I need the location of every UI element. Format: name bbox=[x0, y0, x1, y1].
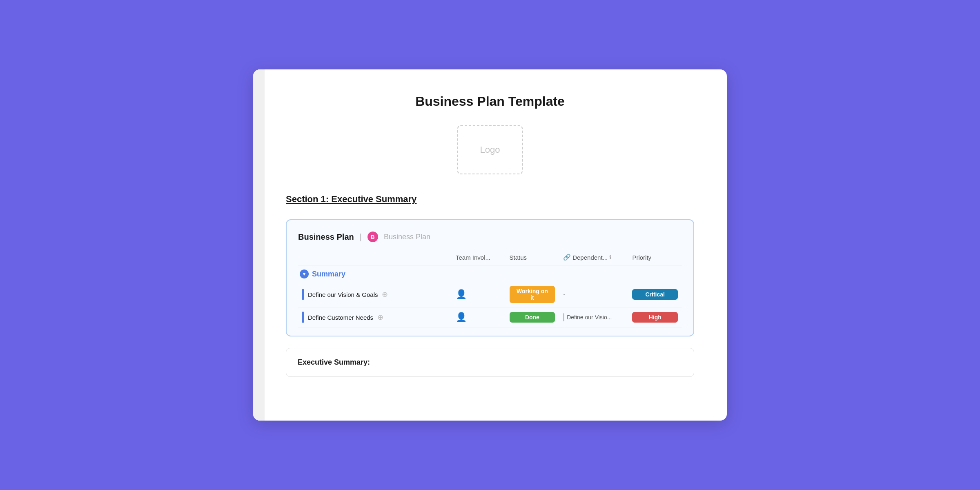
priority-badge[interactable]: Critical bbox=[632, 289, 678, 300]
link-icon: 🔗 bbox=[563, 254, 571, 261]
col-team-header: Team Invol... bbox=[452, 251, 506, 265]
section-heading: Section 1: Executive Summary bbox=[286, 194, 694, 205]
status-badge[interactable]: Done bbox=[510, 312, 555, 323]
task-table: Team Invol... Status 🔗 Dependent... ℹ Pr… bbox=[298, 251, 682, 327]
summary-group-row: ▼ Summary bbox=[298, 265, 682, 282]
summary-chevron-icon[interactable]: ▼ bbox=[300, 270, 309, 278]
logo-placeholder[interactable]: Logo bbox=[457, 125, 523, 174]
exec-summary-card: Executive Summary: bbox=[286, 348, 694, 377]
document-title: Business Plan Template bbox=[286, 94, 694, 109]
team-avatar-icon[interactable]: 👤 bbox=[456, 312, 467, 322]
task-indent-bar bbox=[302, 289, 304, 300]
dep-dash: - bbox=[563, 291, 565, 298]
dep-bar bbox=[563, 313, 564, 321]
table-header-row: Team Invol... Status 🔗 Dependent... ℹ Pr… bbox=[298, 251, 682, 265]
task-name: Define our Vision & Goals bbox=[308, 291, 378, 298]
priority-badge[interactable]: High bbox=[632, 312, 678, 323]
task-indent-bar bbox=[302, 312, 304, 323]
table-row: Define Customer Needs ⊕ 👤 Done Define ou bbox=[298, 307, 682, 327]
status-badge[interactable]: Working on it bbox=[510, 286, 555, 303]
sidebar-strip bbox=[253, 69, 265, 421]
board-header: Business Plan | B Business Plan bbox=[298, 232, 682, 242]
document-container: Business Plan Template Logo Section 1: E… bbox=[253, 69, 727, 421]
col-task-header bbox=[298, 251, 452, 265]
board-title: Business Plan bbox=[298, 232, 354, 242]
board-divider: | bbox=[360, 232, 362, 242]
add-subtask-icon[interactable]: ⊕ bbox=[382, 290, 388, 299]
summary-label: Summary bbox=[312, 270, 345, 278]
exec-summary-title: Executive Summary: bbox=[298, 358, 370, 366]
logo-wrapper: Logo bbox=[286, 125, 694, 174]
board-badge: B bbox=[368, 232, 378, 242]
team-avatar-icon[interactable]: 👤 bbox=[456, 289, 467, 299]
col-dep-header: 🔗 Dependent... ℹ bbox=[559, 251, 628, 265]
table-row: Define our Vision & Goals ⊕ 👤 Working on… bbox=[298, 282, 682, 307]
col-priority-header: Priority bbox=[628, 251, 682, 265]
board-project-name: Business Plan bbox=[384, 233, 430, 241]
task-board-card: Business Plan | B Business Plan Team Inv… bbox=[286, 219, 694, 336]
dep-text: Define our Visio... bbox=[567, 314, 612, 321]
task-name: Define Customer Needs bbox=[308, 314, 373, 321]
info-icon: ℹ bbox=[609, 254, 611, 261]
col-status-header: Status bbox=[506, 251, 559, 265]
add-subtask-icon[interactable]: ⊕ bbox=[377, 313, 383, 322]
